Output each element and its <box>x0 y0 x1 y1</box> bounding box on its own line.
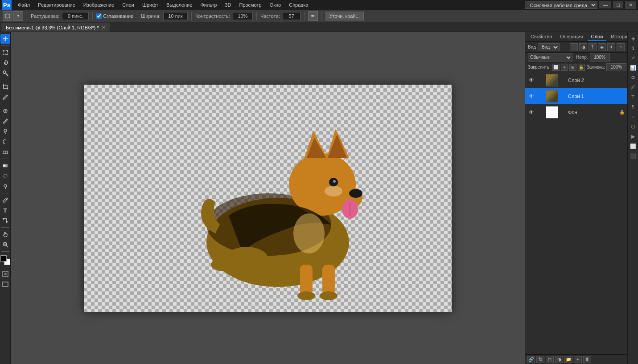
layer-delete-btn[interactable]: 🗑 <box>583 356 591 363</box>
view-dropdown[interactable]: Вид <box>538 43 560 51</box>
right-tool-4[interactable]: 📊 <box>629 63 638 72</box>
workspace-dropdown[interactable]: Основная рабочая среда <box>525 1 597 9</box>
svg-point-9 <box>4 129 7 132</box>
layer-mask-btn[interactable]: ◻ <box>546 356 554 363</box>
menu-file[interactable]: Файл <box>14 1 33 8</box>
filter-text-icon[interactable]: T <box>589 43 597 51</box>
divider-1 <box>27 12 27 20</box>
tab-close-btn[interactable]: ✕ <box>102 25 105 30</box>
tool-brush[interactable] <box>0 116 10 126</box>
menu-help[interactable]: Справка <box>285 1 312 8</box>
tool-path-selection[interactable] <box>0 216 10 225</box>
feather-input[interactable] <box>62 12 89 20</box>
filter-shape-icon[interactable]: ◈ <box>598 43 606 51</box>
menu-font[interactable]: Шрифт <box>139 1 162 8</box>
layer-group-btn[interactable]: 📁 <box>564 356 572 363</box>
lock-pixels-btn[interactable]: ⬜ <box>552 64 560 71</box>
layer-bg-visibility[interactable]: 👁 <box>528 109 535 116</box>
layer-link-btn[interactable]: 🔗 <box>527 356 535 363</box>
menu-3d[interactable]: 3D <box>221 1 235 8</box>
tool-screen-mode[interactable] <box>0 279 10 289</box>
right-tool-13[interactable]: ⬛ <box>629 151 638 160</box>
document-tab[interactable]: Без имени-1 @ 33,3% (Слой 1, RGB/8*) * ✕ <box>1 23 110 32</box>
right-tool-1[interactable]: ◈ <box>629 34 638 43</box>
stylus-btn[interactable]: ✒ <box>308 11 318 21</box>
layers-panel-container: Свойства Операция Слои История ≫ ☰ Вид В… <box>525 32 627 364</box>
layer-item-1[interactable]: 👁 Слой 1 <box>525 88 627 104</box>
tool-clone-stamp[interactable] <box>0 127 10 136</box>
tool-eraser[interactable] <box>0 147 10 157</box>
tool-text[interactable]: T <box>0 205 10 215</box>
layer-1-visibility[interactable]: 👁 <box>528 93 535 100</box>
menu-selection[interactable]: Выделение <box>163 1 196 8</box>
tool-history-brush[interactable] <box>0 137 10 147</box>
tool-quick-mask[interactable] <box>0 269 10 279</box>
anti-alias-checkbox[interactable] <box>96 13 102 19</box>
menu-image[interactable]: Изображение <box>80 1 118 8</box>
menu-view[interactable]: Просмотр <box>235 1 265 8</box>
layer-item-2[interactable]: 👁 Слой 2 <box>525 72 627 88</box>
close-button[interactable]: ✕ <box>625 1 636 9</box>
layer-fx-btn[interactable]: fx <box>536 356 544 363</box>
tool-crop[interactable] <box>0 82 10 92</box>
canvas-area <box>11 32 525 364</box>
menu-edit[interactable]: Редактирование <box>34 1 79 8</box>
frequency-input[interactable] <box>283 12 300 20</box>
filter-toggle[interactable]: ○ <box>617 43 625 51</box>
right-tool-6[interactable]: 🖊 <box>629 83 638 92</box>
menu-filter[interactable]: Фильтр <box>197 1 220 8</box>
lock-position-btn[interactable]: ✛ <box>561 64 568 71</box>
tool-move[interactable] <box>0 34 10 44</box>
tool-magic-wand[interactable] <box>0 68 10 78</box>
layer-new-btn[interactable]: + <box>574 356 582 363</box>
menu-layers[interactable]: Слои <box>119 1 138 8</box>
maximize-button[interactable]: □ <box>613 1 623 8</box>
layer-adjustment-btn[interactable]: ◑ <box>555 356 563 363</box>
tool-lasso[interactable] <box>0 58 10 68</box>
layer-item-bg[interactable]: 👁 Фон 🔒 <box>525 104 627 120</box>
tool-hand[interactable] <box>0 229 10 239</box>
tool-eyedropper[interactable] <box>0 92 10 102</box>
right-tool-7[interactable]: T <box>629 93 638 102</box>
right-tool-10[interactable]: ⬡ <box>629 122 638 131</box>
tool-dodge[interactable] <box>0 181 10 191</box>
right-tool-11[interactable]: ▶ <box>629 132 638 141</box>
contrast-input[interactable] <box>233 12 253 20</box>
opacity-input[interactable] <box>590 53 610 61</box>
blend-mode-dropdown[interactable]: Обычные <box>528 53 572 61</box>
right-tool-12[interactable]: ⬜ <box>629 142 638 151</box>
tool-blur[interactable] <box>0 171 10 181</box>
layer-1-thumb <box>546 90 558 102</box>
right-tool-8[interactable]: ¶ <box>629 102 638 111</box>
tool-preset-btn[interactable] <box>3 11 12 21</box>
layer-2-extra <box>537 77 544 84</box>
color-picker[interactable] <box>0 255 10 265</box>
width-input[interactable] <box>163 12 188 20</box>
divider-5 <box>256 12 257 20</box>
lock-all-btn[interactable]: 🔒 <box>578 64 585 71</box>
filter-smart-icon[interactable]: ✦ <box>607 43 615 51</box>
tool-rectangular-marquee[interactable] <box>0 48 10 57</box>
menu-window[interactable]: Окно <box>266 1 285 8</box>
refine-edge-btn[interactable]: Уточн. край... <box>325 12 364 20</box>
layer-2-visibility[interactable]: 👁 <box>528 77 535 84</box>
tool-gradient[interactable] <box>0 161 10 171</box>
right-tool-3[interactable]: ↗ <box>629 53 638 62</box>
tab-layers[interactable]: Слои <box>588 33 607 41</box>
filter-pixel-icon[interactable]: ⬛ <box>570 43 578 51</box>
tab-properties[interactable]: Свойства <box>527 33 556 41</box>
tool-zoom[interactable] <box>0 240 10 249</box>
tool-options-btn[interactable]: ▼ <box>13 11 23 21</box>
anti-alias-label[interactable]: Сглаживание <box>96 13 133 19</box>
filter-adj-icon[interactable]: ◑ <box>579 43 587 51</box>
right-tool-5[interactable]: ⚙ <box>629 73 638 82</box>
right-tool-2[interactable]: ℹ <box>629 44 638 53</box>
lock-artboard-btn[interactable]: ⊞ <box>569 64 576 71</box>
tool-pen[interactable] <box>0 195 10 205</box>
tab-operation[interactable]: Операция <box>556 33 586 41</box>
foreground-color[interactable] <box>0 255 7 262</box>
tool-healing-brush[interactable] <box>0 106 10 116</box>
minimize-button[interactable]: — <box>599 1 611 8</box>
fill-input[interactable] <box>606 63 626 71</box>
right-tool-9[interactable]: ○ <box>629 112 638 121</box>
